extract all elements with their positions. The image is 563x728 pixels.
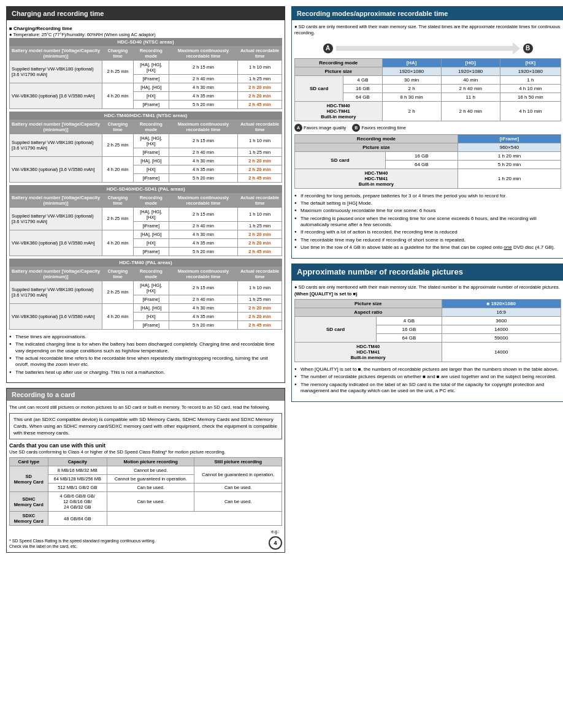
mode-1a: [HA], [HG], [HX]: [133, 60, 169, 74]
battery-2: VW-VBK360 (optional) [3.6 V/3580 mAh]: [10, 83, 102, 108]
arrow-bar: [336, 46, 513, 51]
max-t2c: 5 h 20 min: [169, 173, 238, 182]
motion-1: Cannot be used.: [107, 466, 194, 475]
iframe-size: 960×540: [458, 143, 561, 151]
max-2c: 5 h 20 min: [169, 100, 238, 108]
builtin-label-2: HDC-TM40HDC-TM41Built-in memory: [295, 169, 458, 188]
card-col-capacity: Capacity: [48, 458, 107, 466]
pic-16gb-size: 16 GB: [377, 325, 442, 334]
battery-t1: Supplied battery/ VW-VBK180 (optional) […: [10, 134, 102, 156]
aspect-ratio-label: Aspect ratio: [295, 308, 442, 317]
col-battery-sp: Battery model number [Voltage/Capacity (…: [10, 193, 102, 207]
actual-t2a: 2 h 20 min: [238, 156, 282, 165]
card-table: Card type Capacity Motion picture record…: [9, 457, 282, 526]
max-tp2b: 4 h 35 min: [169, 312, 238, 320]
class4-icon: 4: [269, 536, 282, 550]
builtin-hg: 2 h 40 min: [441, 101, 500, 121]
sdhc-card-type: SDHCMemory Card: [10, 492, 48, 512]
max-1a: 2 h 15 min: [169, 60, 238, 74]
mode-sp2b: [HX]: [133, 238, 169, 247]
max-t2a: 4 h 30 min: [169, 156, 238, 165]
battery-tp1: Supplied battery/ VW-VBK180 (optional) […: [10, 281, 102, 303]
actual-sp1a: 1 h 10 min: [238, 207, 282, 221]
approx-pictures-section: Approximate number of recordable picture…: [291, 264, 563, 402]
col-charge-t: Charging time: [102, 119, 134, 134]
still-1: Cannot be guaranteed in operation.: [194, 466, 282, 483]
sd-4gb-1: 4 GB: [343, 75, 382, 84]
note-4: The batteries heat up after use or charg…: [9, 369, 282, 376]
aspect-ratio-value: 16:9: [442, 308, 561, 317]
max-2b: 4 h 35 min: [169, 91, 238, 100]
sd-card-label-3: SD card: [295, 317, 377, 343]
max-sp1a: 2 h 15 min: [169, 207, 238, 221]
actual-sp1b: 1 h 25 min: [238, 221, 282, 230]
arrow-line: [336, 42, 520, 55]
mode-sp1a: [HA], [HG], [HX]: [133, 207, 169, 221]
charging-section: Charging and recording time ■ Charging/R…: [6, 6, 285, 383]
actual-2c: 2 h 45 min: [238, 100, 282, 108]
quality-note: (When [QUALITY] is set to ■): [294, 291, 561, 297]
still-4: Can be used.: [194, 492, 282, 512]
builtin-ha: 2 h: [382, 101, 441, 121]
charge-tp2: 4 h 20 min: [102, 303, 134, 329]
rec-note-7: Use time in the row of 4 GB in above tab…: [294, 244, 561, 251]
mode-t2b: [HX]: [133, 165, 169, 173]
motion-3: Can be used.: [107, 483, 194, 492]
actual-t1b: 1 h 25 min: [238, 148, 282, 156]
ha-header: [HA]: [382, 58, 441, 67]
actual-tp1a: 1 h 10 min: [238, 281, 282, 295]
iframe-64gb-size: 64 GB: [385, 160, 458, 169]
ha-4gb: 30 min: [382, 75, 441, 84]
hdc-sd40-pal-table: Battery model number [Voltage/Capacity (…: [9, 193, 282, 256]
charging-title: Charging and recording time: [7, 7, 285, 20]
mode-iframe-table: Recording mode [iFrame] Picture size 960…: [294, 134, 561, 189]
charge-sp2: 4 h 20 min: [102, 230, 134, 256]
pic-size-col: Picture size: [295, 300, 442, 308]
right-column: Recording modes/approximate recordable t…: [291, 6, 563, 558]
rec-mode-iframe-header: Recording mode: [295, 134, 458, 143]
max-t1a: 2 h 15 min: [169, 134, 238, 148]
temp-note: ● Temperature: 25°C (77°F)/humidity: 60%…: [9, 32, 282, 38]
builtin-iframe-val: 1 h 20 min: [458, 169, 561, 188]
pic-64gb-size: 64 GB: [377, 334, 442, 343]
col-charge-tp: Charging time: [102, 267, 134, 281]
mode-sp1b: [iFrame]: [133, 221, 169, 230]
motion-2: Cannot be guaranteed in operation.: [107, 475, 194, 483]
arrow-diagram: A B: [294, 39, 561, 58]
cards-note: Use SD cards conforming to Class 4 or hi…: [9, 449, 282, 455]
col-max-t: Maximum continuously recordable time: [169, 119, 238, 134]
recording-card-section: Recording to a card The unit can record …: [6, 388, 285, 553]
recording-notes: If recording for long periods, prepare b…: [294, 191, 561, 253]
recording-card-body: The unit can record still pictures or mo…: [9, 404, 282, 411]
pic-size-value: ■ 1920×1080: [442, 300, 561, 308]
card-col-type: Card type: [10, 458, 48, 466]
note-2: The indicated charging time is for when …: [9, 341, 282, 355]
mode-tp2c: [iFrame]: [133, 320, 169, 329]
col-mode-tp: Recording mode: [133, 267, 169, 281]
sd-card-label-1: SD card: [295, 75, 343, 101]
motion-4: Can be used.: [107, 492, 194, 512]
mode-2c: [iFrame]: [133, 100, 169, 108]
max-1b: 2 h 40 min: [169, 74, 238, 83]
iframe-header: [iFrame]: [458, 134, 561, 143]
actual-t2b: 2 h 20 min: [238, 165, 282, 173]
charge-tp1: 2 h 25 min: [102, 281, 134, 303]
charge-2: 4 h 20 min: [102, 83, 134, 108]
hdc-sd40-pal-header: HDC-SD40/HDC-SD41 (PAL areas): [9, 185, 282, 193]
hdc-tm40-pal-header: HDC-TM40 (PAL areas): [9, 259, 282, 267]
pic-note-2: The number of recordable pictures depend…: [294, 373, 561, 381]
max-sp2c: 5 h 20 min: [169, 247, 238, 256]
cards-header: Cards that you can use with this unit: [9, 442, 282, 449]
recording-modes-section: Recording modes/approximate recordable t…: [291, 6, 563, 259]
col-battery: Battery model number [Voltage/Capacity (…: [10, 46, 102, 60]
capacity-3: 512 MB/1 GB/2 GB: [48, 483, 107, 492]
hx-4gb: 1 h: [500, 75, 561, 84]
mode-tp2a: [HA], [HG]: [133, 303, 169, 312]
mode-tp2b: [HX]: [133, 312, 169, 320]
hdc-sd40-ntsc-header: HDC-SD40 (NTSC areas): [9, 38, 282, 46]
capacity-4: 4 GB/6 GB/8 GB/12 GB/16 GB/24 GB/32 GB: [48, 492, 107, 512]
iframe-16gb-size: 16 GB: [385, 151, 458, 160]
recording-modes-title: Recording modes/approximate recordable t…: [292, 7, 563, 20]
actual-1a: 1 h 10 min: [238, 60, 282, 74]
col-mode-t: Recording mode: [133, 119, 169, 134]
